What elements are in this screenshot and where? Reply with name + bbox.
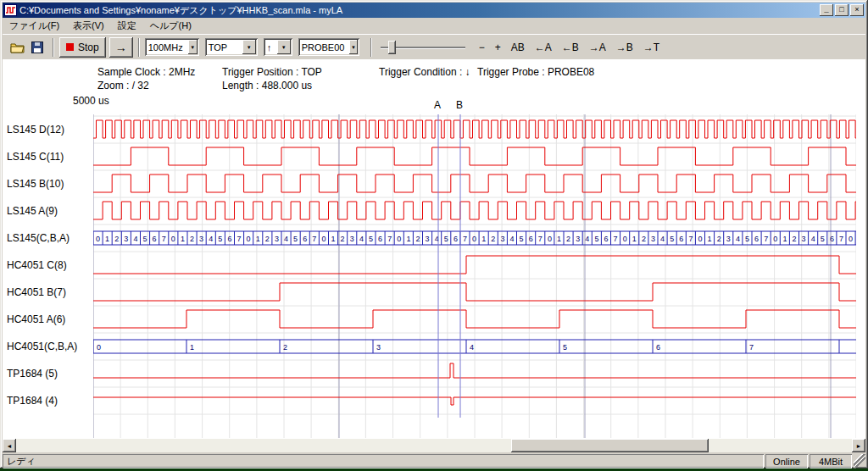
bus-value: 7 [764,235,768,243]
bus-value: 0 [548,235,552,243]
bus-value: 5 [369,235,373,243]
horizontal-scrollbar[interactable]: ◄ ► [3,439,865,452]
bus-value: 0 [97,343,101,352]
bus-value: 0 [397,235,401,243]
cursor-ab-button[interactable]: AB [506,38,530,57]
bus-value: 7 [162,235,166,243]
waveform-area: Sample Clock : 2MHz Trigger Position : T… [3,59,865,452]
trigger-probe-info: Trigger Probe : PROBE08 [477,66,594,78]
bus-value: 3 [199,235,203,243]
trigger-condition-info: Trigger Condition : ↓ [379,66,470,78]
close-button[interactable]: × [850,4,864,16]
menu-settings[interactable]: 設定 [111,18,143,34]
channel-label: HC4051 B(7) [7,286,66,298]
chevron-down-icon[interactable]: ▼ [242,40,256,54]
bus-value: 6 [679,235,683,243]
bus-value: 5 [670,235,674,243]
bus-value: 2 [415,235,420,243]
bus-value: 0 [623,235,627,243]
bus-value: 5 [218,235,222,243]
bus-value: 7 [387,235,392,243]
bus-value: 2 [491,235,495,243]
stop-icon [66,43,74,51]
menu-file[interactable]: ファイル(F) [3,18,66,34]
probe-select[interactable]: PROBE00 ▼ [298,38,359,56]
bus-value: 5 [821,235,825,243]
bus-value: 1 [105,235,109,243]
resize-grip-icon[interactable] [854,454,865,468]
bus-value: 7 [463,235,467,243]
channel-label: TP1684 (5) [7,368,58,380]
bus-value: 2 [717,235,721,243]
stop-button-label: Stop [78,42,99,53]
minimize-button[interactable]: _ [820,4,833,16]
goto-next-a-button[interactable]: →A [584,38,611,57]
zoom-info: Zoom : / 32 [97,80,149,91]
bus-value: 5 [520,235,524,243]
scroll-right-icon[interactable]: ► [852,439,865,452]
channel-label: LS145 B(10) [7,178,64,190]
bus-value: 3 [576,235,580,243]
cursor-a-label[interactable]: A [431,99,443,111]
goto-prev-b-button[interactable]: ←B [557,38,584,57]
goto-prev-a-button[interactable]: ←A [530,38,557,57]
bus-value: 1 [708,235,712,243]
bus-value: 7 [236,235,241,243]
bus-value: 1 [406,235,410,243]
bus-value: 3 [350,235,354,243]
trigger-edge-select[interactable]: ↑ ▼ [264,38,292,56]
chevron-down-icon[interactable]: ▼ [277,40,291,54]
bus-value: 4 [359,235,364,243]
bus-value: 1 [557,235,561,243]
channel-label: LS145(C,B,A) [7,232,70,244]
chevron-down-icon[interactable]: ▼ [188,40,198,54]
cursor-b-label[interactable]: B [453,99,465,111]
bus-value: 4 [585,235,589,243]
sample-clock-select[interactable]: 100MHz ▼ [145,38,199,56]
zoom-in-button[interactable]: + [490,38,506,57]
stop-button[interactable]: Stop [59,37,106,58]
bus-value: 4 [509,235,514,243]
save-icon[interactable] [28,38,47,57]
menu-view[interactable]: 表示(V) [66,18,111,34]
bus-value: 4 [470,343,474,352]
slider-thumb[interactable] [388,41,396,54]
time-scale-label: 5000 us [73,95,109,107]
bus-value: 6 [754,235,759,243]
channel-label: TP1684 (4) [7,395,58,407]
bus-value: 1 [481,235,486,243]
goto-trigger-button[interactable]: →T [638,38,665,57]
bus-value: 1 [181,235,185,243]
bus-value: 1 [632,235,637,243]
bus-value: 3 [275,235,279,243]
goto-next-b-button[interactable]: →B [611,38,638,57]
bus-value: 6 [453,235,458,243]
menu-help[interactable]: ヘルプ(H) [143,18,198,34]
bus-value: 2 [566,235,570,243]
status-bar: レディ Online 4MBit [3,452,865,468]
bus-value: 6 [830,235,834,243]
toolbar-separator [370,38,372,57]
bus-value: 3 [651,235,655,243]
toolbar-separator [138,38,140,57]
scrollbar-thumb[interactable] [511,439,709,452]
trigger-position-select[interactable]: TOP ▼ [205,38,258,56]
waveform-plot: 0123456701234567012345670123456701234567… [93,114,856,438]
open-icon[interactable] [8,38,26,57]
zoom-out-button[interactable]: − [474,38,490,57]
app-icon [4,4,17,16]
maximize-button[interactable]: □ [835,4,849,16]
bus-value: 6 [604,235,608,243]
zoom-slider[interactable] [381,38,465,57]
scroll-left-icon[interactable]: ◄ [3,439,16,452]
bus-value: 4 [736,235,740,243]
toolbar-separator [53,38,54,57]
menu-bar: ファイル(F) 表示(V) 設定 ヘルプ(H) [3,18,865,34]
bus-value: 7 [614,235,618,243]
run-button[interactable]: → [109,37,133,58]
bus-value: 3 [124,235,128,243]
bus-value: 0 [698,235,702,243]
chevron-down-icon[interactable]: ▼ [349,40,357,54]
bus-value: 7 [538,235,542,243]
bus-value: 4 [660,235,665,243]
